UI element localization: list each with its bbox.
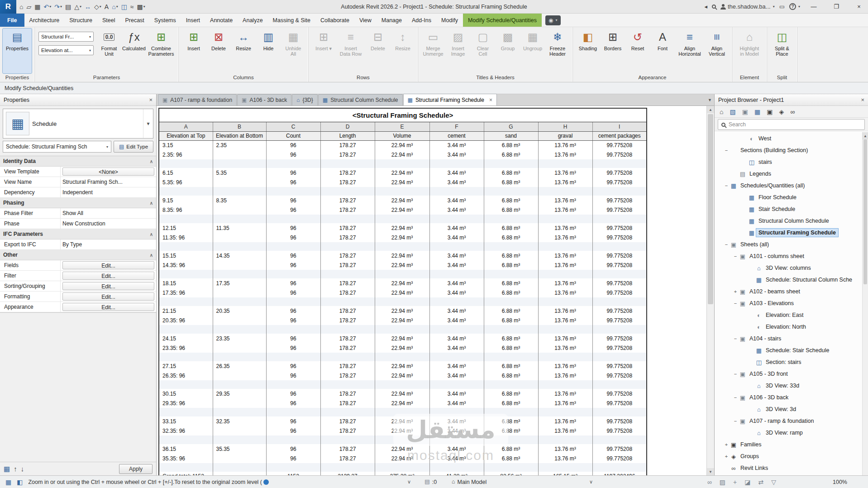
schedule-cell[interactable]: 13.76 m³	[538, 233, 592, 242]
schedule-cell[interactable]: 96	[266, 416, 320, 426]
schedule-cell[interactable]: 2139.27	[320, 472, 375, 475]
tab-precast[interactable]: Precast	[120, 14, 149, 27]
tab-insert[interactable]: Insert	[181, 14, 205, 27]
view-tab-structural-framing-schedule[interactable]: ▦Structural Framing Schedule×	[403, 94, 497, 105]
schedule-cell[interactable]: 99.775208	[592, 306, 647, 316]
tab-analyze[interactable]: Analyze	[238, 14, 267, 27]
schedule-cell[interactable]: 6.88 m³	[484, 177, 538, 187]
schedule-cell[interactable]: 178.27	[320, 389, 375, 398]
schedule-cell[interactable]: 13.76 m³	[538, 278, 592, 288]
close-project-browser-icon[interactable]: ×	[861, 96, 864, 103]
schedule-cell[interactable]: 13.76 m³	[538, 316, 592, 325]
property-value[interactable]: Edit...	[61, 260, 156, 270]
schedule-cell[interactable]: 27.15	[159, 361, 213, 371]
tree-item-schedule-structural-column-sche[interactable]: ▦Schedule: Structural Column Sche	[715, 274, 868, 286]
schedule-cell[interactable]: 96	[266, 168, 320, 177]
schedules-folder-button[interactable]: ▦	[753, 106, 762, 117]
schedule-cell[interactable]: 22.94 m³	[375, 389, 429, 398]
schedule-cell[interactable]: 178.27	[320, 361, 375, 371]
collapse-chevron-icon[interactable]: ∧	[150, 253, 153, 258]
schedule-cell[interactable]: 3.44 m³	[429, 288, 484, 297]
tree-item-revit-links[interactable]: ∞Revit Links	[715, 462, 868, 474]
schedule-cell[interactable]: 96	[266, 306, 320, 316]
schedule-cell[interactable]: 22.94 m³	[375, 177, 429, 187]
vertical-scrollbar[interactable]: ▲ ▼	[706, 106, 714, 475]
schedule-cell[interactable]: 6.88 m³	[484, 150, 538, 159]
schedule-cell[interactable]: 99.775208	[592, 150, 647, 159]
tab-add-ins[interactable]: Add-Ins	[407, 14, 436, 27]
schedule-cell[interactable]: 22.94 m³	[375, 398, 429, 408]
save-button[interactable]: ▦	[33, 1, 42, 12]
switch-windows-button[interactable]: ▩▾	[136, 1, 147, 12]
schedule-cell[interactable]: 3.44 m³	[429, 426, 484, 435]
tab-manage[interactable]: Manage	[377, 14, 407, 27]
schedule-cell[interactable]: Count	[266, 131, 320, 140]
schedule-cell[interactable]: 165.15 m³	[538, 472, 592, 475]
tree-item-a105-3d-front[interactable]: −▣A105 - 3D front	[715, 368, 868, 380]
property-value[interactable]: Edit...	[61, 281, 156, 291]
schedule-cell[interactable]: 99.775208	[592, 426, 647, 435]
schedule-cell[interactable]: 22.94 m³	[375, 454, 429, 463]
measure-button[interactable]: △▾	[73, 1, 83, 12]
schedule-cell[interactable]: 17.35	[213, 278, 266, 288]
schedule-cell[interactable]: 5.35: 96	[159, 177, 213, 187]
property-value[interactable]: Edit...	[61, 271, 156, 281]
schedule-cell[interactable]: 13.76 m³	[538, 444, 592, 454]
schedule-cell[interactable]: 6.88 m³	[484, 140, 538, 150]
schedule-cell[interactable]: 22.94 m³	[375, 306, 429, 316]
collapse-icon[interactable]: −	[724, 242, 729, 247]
thin-lines-button[interactable]: ≈	[129, 1, 135, 12]
align-horizontal-button[interactable]: ≡Align Horizontal	[675, 29, 704, 73]
schedule-cell[interactable]: 96	[266, 150, 320, 159]
schedule-cell[interactable]: 99.775208	[592, 454, 647, 463]
schedule-cell[interactable]: 33.15	[159, 416, 213, 426]
schedule-cell[interactable]: 6.88 m³	[484, 223, 538, 233]
tree-item-a102-beams-sheet[interactable]: +▣A102 - beams sheet	[715, 286, 868, 297]
schedule-cell[interactable]: 178.27	[320, 278, 375, 288]
schedule-cell[interactable]: 96	[266, 196, 320, 205]
tree-item-3d-view-3d[interactable]: ⌂3D View: 3d	[715, 403, 868, 415]
tree-item-a103-elevations[interactable]: −▣A103 - Elevations	[715, 297, 868, 309]
schedule-cell[interactable]: 8.35: 96	[159, 205, 213, 215]
schedule-cell[interactable]: 96	[266, 343, 320, 353]
schedule-cell[interactable]: 99.775208	[592, 444, 647, 454]
schedule-cell[interactable]: 99.775208	[592, 205, 647, 215]
section-phasing[interactable]: Phasing∧	[0, 198, 156, 208]
properties-button[interactable]: ▤Properties	[3, 29, 32, 73]
search-icon[interactable]	[712, 5, 716, 9]
property-value[interactable]: <None>	[61, 167, 156, 177]
schedule-cell[interactable]: 6.88 m³	[484, 288, 538, 297]
parameter-field[interactable]: Elevation at...▾	[38, 45, 94, 55]
schedule-cell[interactable]: 178.27	[320, 306, 375, 316]
schedule-cell[interactable]: 3.44 m³	[429, 389, 484, 398]
schedule-cell[interactable]: 36.15	[159, 444, 213, 454]
borders-button[interactable]: ⊞Borders	[601, 29, 625, 73]
schedule-cell[interactable]: 6.88 m³	[484, 444, 538, 454]
schedule-cell[interactable]: 29.35: 96	[159, 398, 213, 408]
tree-item-structural-framing-schedule[interactable]: ▦Structural Framing Schedule	[715, 227, 868, 239]
schedule-cell[interactable]: 22.94 m³	[375, 426, 429, 435]
schedule-cell[interactable]: 13.76 m³	[538, 196, 592, 205]
schedule-cell[interactable]: 6.88 m³	[484, 316, 538, 325]
collapse-icon[interactable]: −	[724, 183, 729, 188]
schedule-cell[interactable]: 99.775208	[592, 196, 647, 205]
edit-type-button[interactable]: ▤ Edit Type	[114, 141, 153, 153]
schedule-cell[interactable]: D	[320, 122, 375, 131]
schedule-cell[interactable]	[213, 398, 266, 408]
schedule-cell[interactable]: 9.15	[159, 196, 213, 205]
schedule-cell[interactable]: 99.775208	[592, 223, 647, 233]
schedule-cell[interactable]: graval	[538, 131, 592, 140]
schedule-cell[interactable]	[213, 454, 266, 463]
active-workset-dropdown[interactable]: ∨	[407, 476, 411, 488]
collapse-chevron-icon[interactable]: ∧	[150, 201, 153, 206]
collapse-chevron-icon[interactable]: ∧	[150, 232, 153, 237]
tree-item-3d-view-columns[interactable]: ⌂3D View: columns	[715, 262, 868, 274]
schedule-cell[interactable]	[213, 426, 266, 435]
schedule-cell[interactable]: 96	[266, 177, 320, 187]
schedule-cell[interactable]: 3.44 m³	[429, 316, 484, 325]
schedule-cell[interactable]: 3.44 m³	[429, 278, 484, 288]
schedule-cell[interactable]: 178.27	[320, 233, 375, 242]
schedule-cell[interactable]: 178.27	[320, 371, 375, 380]
view-tab-a107-ramp-foundation[interactable]: ▣A107 - ramp & foundation	[158, 94, 237, 105]
schedule-cell[interactable]: 3.44 m³	[429, 454, 484, 463]
